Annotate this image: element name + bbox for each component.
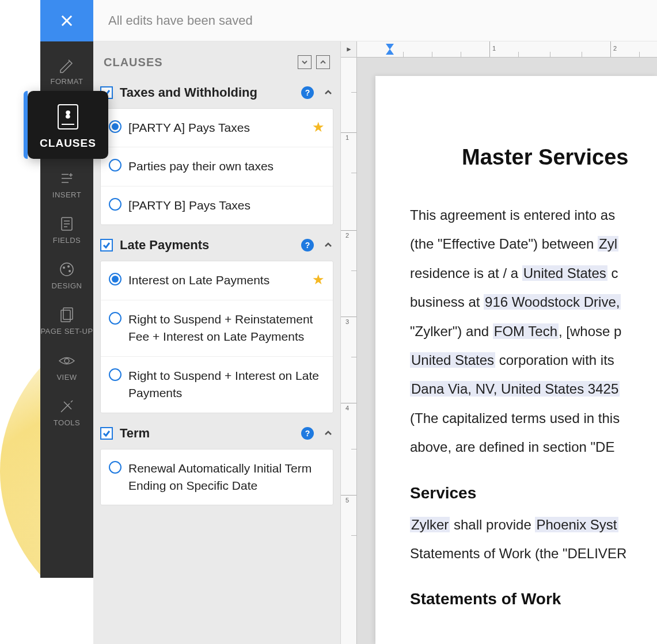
expand-all-button[interactable]: [316, 55, 330, 69]
svg-point-7: [64, 359, 69, 363]
toolbar-item-view[interactable]: VIEW: [40, 343, 93, 388]
ruler-label: 5: [345, 497, 349, 504]
collapse-all-button[interactable]: [298, 55, 312, 69]
toolbar-label: VIEW: [56, 373, 77, 382]
document-body: This agreement is entered into as (the "…: [410, 204, 657, 459]
group-title: Term: [120, 426, 294, 441]
ruler-label: 3: [345, 318, 349, 325]
toolbar-label: INSERT: [52, 190, 81, 199]
clause-option[interactable]: Right to Suspend + Reinstatement Fee + I…: [101, 300, 333, 357]
ruler-label: 4: [345, 405, 349, 411]
save-status: All edits have been saved: [93, 13, 253, 28]
option-label: Renewal Automatically Initial Term Endin…: [128, 460, 325, 495]
fields-icon: [57, 214, 77, 234]
option-label: [PARTY B] Pays Taxes: [128, 197, 325, 214]
field-party[interactable]: Zyl: [598, 236, 618, 251]
radio-icon: [109, 312, 121, 325]
ruler-corner[interactable]: [341, 41, 357, 58]
toolbar-label: FIELDS: [53, 236, 81, 245]
ruler-label: 2: [613, 45, 617, 52]
field-country[interactable]: United States: [410, 352, 495, 368]
close-button[interactable]: [40, 0, 93, 41]
toolbar-label: FORMAT: [51, 77, 83, 86]
svg-rect-6: [63, 308, 73, 319]
tools-icon: [57, 397, 77, 416]
star-icon: ★: [312, 272, 325, 288]
field-address[interactable]: 916 Woodstock Drive,: [484, 294, 621, 310]
clauses-icon: [54, 101, 82, 132]
radio-icon: [109, 461, 121, 474]
document-heading-services: Services: [410, 484, 657, 502]
toolbar-label: DESIGN: [52, 281, 82, 290]
close-icon: [59, 13, 75, 29]
svg-point-2: [63, 266, 65, 269]
insert-icon: [57, 169, 77, 188]
clause-option[interactable]: Parties pay their own taxes: [101, 147, 333, 186]
document-heading-sow: Statements of Work: [410, 590, 657, 608]
ruler-label: 2: [345, 232, 349, 239]
group-title: Taxes and Withholding: [120, 85, 294, 100]
radio-icon: [109, 198, 121, 211]
svg-rect-5: [61, 310, 70, 322]
group-checkbox[interactable]: [100, 427, 113, 440]
toolbar-item-tools[interactable]: TOOLS: [40, 388, 93, 434]
help-icon[interactable]: ?: [301, 239, 314, 251]
toolbar-item-format[interactable]: FORMAT: [40, 47, 93, 93]
toolbar-label: CLAUSES: [40, 137, 96, 150]
page-setup-icon: [57, 305, 77, 325]
field-party[interactable]: FOM Tech: [493, 323, 559, 339]
clause-option[interactable]: [PARTY A] Pays Taxes ★: [101, 109, 333, 147]
toolbar-item-clauses-active[interactable]: CLAUSES: [28, 91, 108, 159]
document-page[interactable]: Master Services This agreement is entere…: [375, 76, 657, 644]
collapse-toggle[interactable]: [323, 87, 333, 98]
ruler-label: 1: [492, 45, 496, 52]
panel-title: CLAUSES: [104, 56, 163, 69]
collapse-toggle[interactable]: [323, 240, 333, 250]
view-icon: [57, 351, 77, 371]
app-frame: All edits have been saved CLAUSES Taxes …: [40, 0, 657, 644]
field-country[interactable]: United States: [522, 265, 607, 281]
document-area: 1 2 1 2 3 4 5 Master Services This agree…: [341, 41, 657, 644]
help-icon[interactable]: ?: [301, 427, 314, 440]
group-checkbox[interactable]: [100, 239, 113, 251]
field-product[interactable]: Phoenix Syst: [535, 517, 618, 532]
design-icon: [57, 260, 77, 279]
toolbar-item-insert[interactable]: INSERT: [40, 161, 93, 206]
document-title: Master Services: [462, 145, 657, 170]
clause-option[interactable]: Right to Suspend + Interest on Late Paym…: [101, 357, 333, 413]
vertical-ruler[interactable]: 1 2 3 4 5: [341, 58, 357, 644]
toolbar-label: TOOLS: [54, 418, 80, 427]
horizontal-ruler[interactable]: 1 2: [357, 41, 657, 58]
radio-icon: [109, 120, 121, 133]
svg-point-1: [60, 263, 73, 276]
option-label: Right to Suspend + Reinstatement Fee + I…: [128, 311, 325, 346]
option-label: Right to Suspend + Interest on Late Paym…: [128, 367, 325, 402]
clause-option[interactable]: Interest on Late Payments ★: [101, 261, 333, 300]
toolbar-item-design[interactable]: DESIGN: [40, 251, 93, 297]
option-label: [PARTY A] Pays Taxes: [128, 119, 305, 136]
group-title: Late Payments: [120, 238, 294, 253]
collapse-toggle[interactable]: [323, 428, 333, 439]
star-icon: ★: [312, 119, 325, 135]
help-icon[interactable]: ?: [301, 86, 314, 99]
field-address[interactable]: Dana Via, NV, United States 3425: [410, 381, 620, 397]
field-party[interactable]: Zylker: [410, 517, 450, 532]
clause-group-taxes: Taxes and Withholding ? [PARTY A] Pays T…: [93, 79, 340, 232]
svg-point-4: [69, 270, 71, 272]
option-label: Interest on Late Payments: [128, 272, 305, 289]
svg-point-3: [67, 265, 70, 268]
topbar: All edits have been saved: [40, 0, 657, 41]
toolbar-item-fields[interactable]: FIELDS: [40, 206, 93, 251]
clause-option[interactable]: Renewal Automatically Initial Term Endin…: [101, 449, 333, 505]
clause-group-late-payments: Late Payments ? Interest on Late Payment…: [93, 232, 340, 420]
toolbar-item-page-setup[interactable]: PAGE SET-UP: [40, 297, 93, 343]
radio-icon: [109, 368, 121, 381]
clause-option[interactable]: [PARTY B] Pays Taxes: [101, 186, 333, 224]
ruler-label: 1: [345, 134, 349, 141]
clause-group-term: Term ? Renewal Automatically Initial Ter…: [93, 420, 340, 513]
document-body: Zylker shall provide Phoenix Syst Statem…: [410, 514, 657, 565]
left-indent-marker[interactable]: [386, 47, 394, 57]
clauses-panel: CLAUSES Taxes and Withholding ? [: [93, 41, 341, 644]
option-label: Parties pay their own taxes: [128, 158, 325, 175]
format-icon: [57, 55, 77, 75]
